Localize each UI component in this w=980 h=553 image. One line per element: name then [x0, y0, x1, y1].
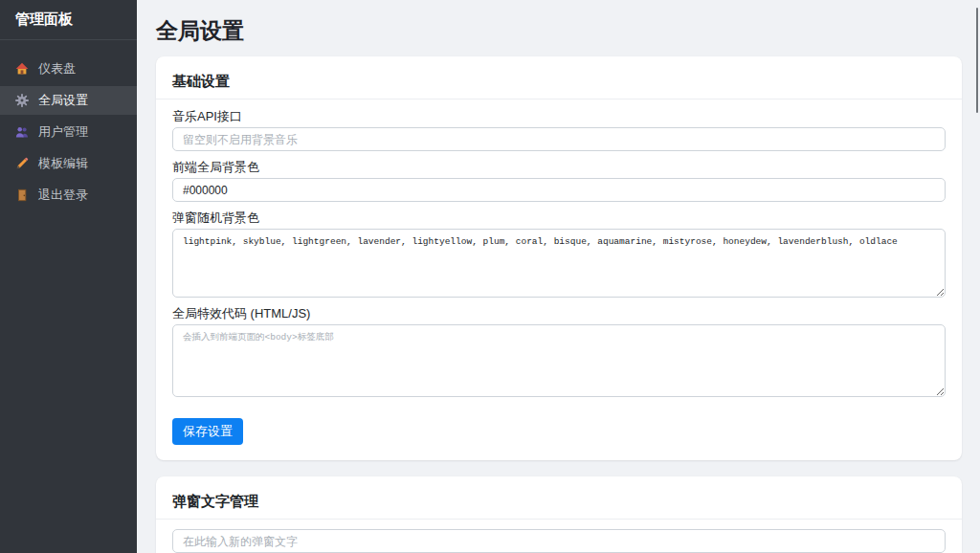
popup-bg-label: 弹窗随机背景色 [172, 210, 946, 225]
sidebar-item-label: 全局设置 [38, 92, 88, 109]
sidebar-item-user-management[interactable]: 用户管理 [0, 118, 137, 146]
basic-settings-card: 基础设置 音乐API接口 前端全局背景色 弹窗随机背景色 lightpink, … [156, 56, 962, 460]
sidebar-item-template-edit[interactable]: 模板编辑 [0, 149, 137, 178]
sidebar-app-title: 管理面板 [0, 0, 137, 40]
save-settings-button[interactable]: 保存设置 [172, 418, 243, 445]
sidebar: 管理面板 仪表盘 [0, 0, 137, 553]
main-content: 全局设置 基础设置 音乐API接口 前端全局背景色 弹窗随机背景色 lightp… [137, 0, 980, 553]
pencil-icon [15, 157, 29, 170]
sidebar-item-label: 用户管理 [38, 123, 88, 141]
basic-settings-card-body: 音乐API接口 前端全局背景色 弹窗随机背景色 lightpink, skybl… [156, 100, 962, 460]
popup-bg-textarea[interactable]: lightpink, skyblue, lightgreen, lavender… [172, 229, 946, 298]
sidebar-item-label: 仪表盘 [38, 60, 76, 77]
sidebar-item-global-settings[interactable]: 全局设置 [0, 86, 137, 115]
popup-text-card-body [156, 520, 962, 553]
popup-bg-field-group: 弹窗随机背景色 lightpink, skyblue, lightgreen, … [172, 210, 946, 298]
users-icon [15, 125, 29, 139]
popup-text-card: 弹窗文字管理 [156, 476, 962, 553]
gear-icon [15, 94, 29, 107]
effects-code-label: 全局特效代码 (HTML/JS) [172, 306, 946, 321]
door-icon [15, 188, 29, 202]
frontend-bg-label: 前端全局背景色 [172, 160, 946, 174]
basic-settings-card-title: 基础设置 [156, 56, 962, 100]
sidebar-nav: 仪表盘 全局设置 [0, 40, 137, 210]
music-api-input[interactable] [172, 127, 946, 151]
page-title: 全局设置 [156, 18, 962, 43]
sidebar-item-label: 模板编辑 [38, 155, 88, 172]
house-icon [15, 62, 29, 76]
effects-code-textarea[interactable] [172, 324, 946, 397]
new-popup-text-input[interactable] [172, 529, 946, 553]
music-api-label: 音乐API接口 [172, 109, 946, 123]
music-api-field-group: 音乐API接口 [172, 109, 946, 151]
popup-text-card-title: 弹窗文字管理 [156, 476, 962, 520]
sidebar-item-label: 退出登录 [38, 187, 88, 204]
sidebar-item-logout[interactable]: 退出登录 [0, 181, 137, 210]
vertical-scrollbar[interactable] [976, 8, 978, 113]
frontend-bg-field-group: 前端全局背景色 [172, 160, 946, 202]
sidebar-item-dashboard[interactable]: 仪表盘 [0, 55, 137, 83]
frontend-bg-input[interactable] [172, 178, 946, 202]
effects-code-field-group: 全局特效代码 (HTML/JS) [172, 306, 946, 397]
